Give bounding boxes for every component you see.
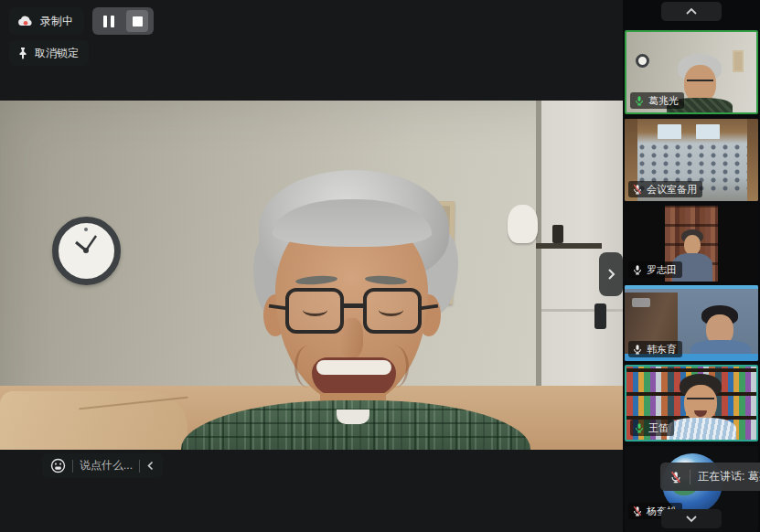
meeting-window: 录制中 取消锁定 <box>0 0 760 532</box>
divider <box>139 460 140 473</box>
checkered-shirt <box>181 400 530 450</box>
participant-tile-5[interactable]: 王笛 <box>625 365 758 442</box>
scroll-up-button[interactable] <box>661 2 722 21</box>
speaking-toast-text: 正在讲话: 葛兆光 <box>698 469 760 484</box>
mini-person <box>684 235 701 255</box>
stop-recording-button[interactable] <box>126 10 148 32</box>
mini-person <box>667 418 736 442</box>
unpin-button[interactable]: 取消锁定 <box>9 40 89 66</box>
main-video-feed[interactable] <box>0 101 623 450</box>
mini-person <box>687 80 713 86</box>
chat-input-bar: 说点什么... <box>42 453 163 478</box>
glasses-bridge <box>340 303 367 308</box>
participant-tile-1[interactable]: 葛兆光 <box>625 30 758 114</box>
projection-screen <box>658 124 681 139</box>
pause-recording-button[interactable] <box>98 10 120 32</box>
undershirt <box>337 410 369 424</box>
mic-on-icon <box>632 264 643 275</box>
mic-on-icon <box>632 344 643 355</box>
participant-name-chip: 葛兆光 <box>630 92 684 109</box>
main-video-person <box>0 101 623 450</box>
participant-name-chip: 罗志田 <box>628 261 682 278</box>
mini-clock <box>636 54 649 68</box>
participants-sidebar: 葛兆光 会议室备用 <box>623 0 760 532</box>
recording-controls: 录制中 <box>9 7 154 35</box>
scroll-down-button[interactable] <box>661 509 722 528</box>
participant-tile-3[interactable]: 罗志田 <box>625 206 758 282</box>
mic-muted-icon <box>632 184 643 195</box>
participant-name-chip: 韩东育 <box>628 341 682 357</box>
teeth <box>316 360 391 375</box>
pause-icon <box>103 16 114 27</box>
participant-name: 罗志田 <box>647 263 677 277</box>
mic-on-icon <box>634 422 645 433</box>
mini-frame <box>733 50 744 72</box>
main-stage-area: 录制中 取消锁定 <box>0 0 623 532</box>
chevron-right-icon <box>606 268 615 281</box>
nose <box>339 318 363 358</box>
participant-name-chip: 王笛 <box>630 420 674 436</box>
speaking-toast: 正在讲话: 葛兆光 <box>660 463 760 491</box>
eye <box>303 303 327 316</box>
unpin-label: 取消锁定 <box>35 46 79 61</box>
cloud-record-icon <box>17 15 34 27</box>
emoji-icon[interactable] <box>50 458 66 473</box>
participant-name-chip: 会议室备用 <box>628 181 702 197</box>
pushpin-icon <box>17 47 28 59</box>
chevron-left-icon[interactable] <box>146 461 155 471</box>
divider <box>690 470 690 484</box>
stop-icon <box>133 16 143 27</box>
recording-buttons <box>92 7 154 35</box>
recording-status: 录制中 <box>9 7 84 35</box>
mic-on-icon <box>634 95 645 106</box>
video-artifact <box>625 285 758 289</box>
chat-placeholder[interactable]: 说点什么... <box>80 458 133 473</box>
participant-tile-2[interactable]: 会议室备用 <box>625 119 758 201</box>
mic-muted-icon <box>632 505 643 516</box>
participant-name: 王笛 <box>648 421 669 435</box>
chevron-down-icon <box>685 515 698 523</box>
collapse-sidebar-handle[interactable] <box>599 252 623 296</box>
projection-screen <box>696 124 720 139</box>
hall-wall <box>747 119 758 201</box>
recording-label: 录制中 <box>40 14 73 29</box>
mini-person <box>687 398 714 405</box>
mouth <box>312 357 396 396</box>
chevron-up-icon <box>685 7 698 16</box>
divider <box>72 460 73 473</box>
eye <box>379 303 403 316</box>
mic-muted-icon <box>669 471 682 484</box>
participant-name: 会议室备用 <box>647 183 697 197</box>
participant-tile-4[interactable]: 韩东育 <box>625 285 758 361</box>
participant-name: 葛兆光 <box>648 94 679 108</box>
furniture-glint <box>632 298 650 307</box>
participant-name: 韩东育 <box>647 343 677 356</box>
